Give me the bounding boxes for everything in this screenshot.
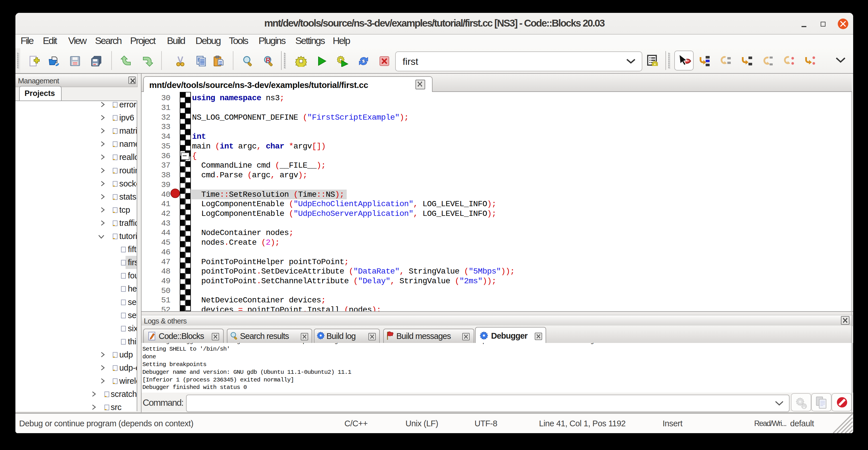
svg-text:R: R [266,56,271,64]
